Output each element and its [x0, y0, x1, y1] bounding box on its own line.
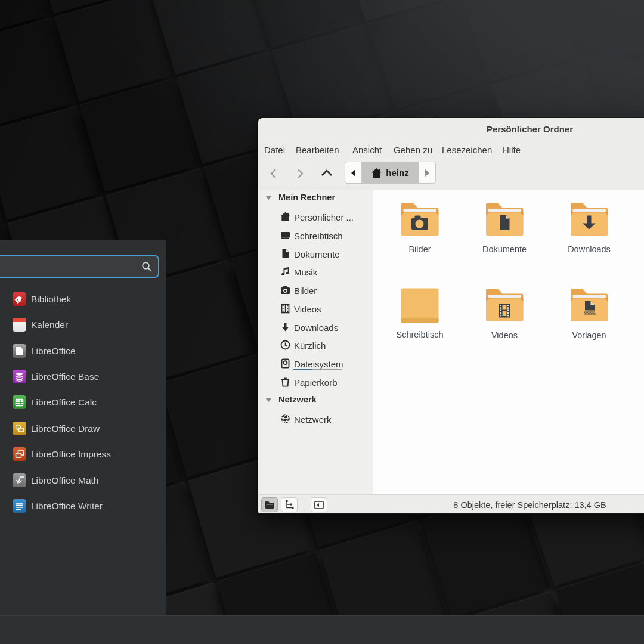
svg-text:x: x	[18, 478, 22, 484]
